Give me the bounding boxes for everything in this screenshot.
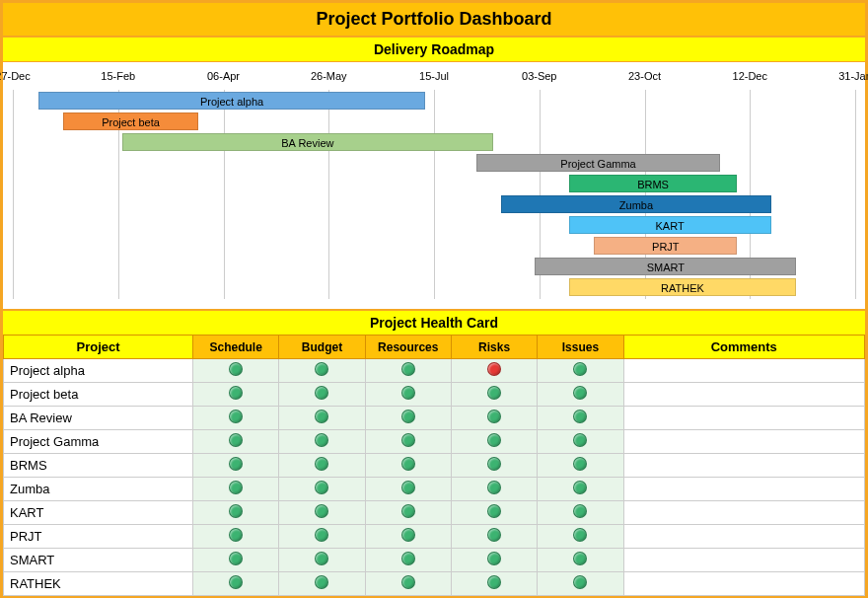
status-dot-icon	[487, 575, 501, 589]
status-dot-icon	[487, 386, 501, 400]
status-dot-icon	[573, 410, 587, 423]
axis-tick: 26-May	[311, 70, 347, 82]
status-cell-risks	[451, 478, 537, 501]
status-cell-schedule	[193, 572, 279, 596]
status-cell-budget	[279, 383, 365, 407]
status-dot-icon	[229, 410, 243, 423]
status-dot-icon	[315, 528, 328, 542]
col-comments: Comments	[623, 336, 864, 359]
status-cell-risks	[451, 430, 537, 454]
status-cell-issues	[538, 454, 623, 478]
status-cell-risks	[451, 549, 537, 572]
status-dot-icon	[229, 504, 243, 518]
status-cell-issues	[538, 478, 623, 501]
status-dot-icon	[401, 433, 415, 447]
comment-cell[interactable]	[623, 525, 864, 549]
comment-cell[interactable]	[623, 572, 864, 596]
status-dot-icon	[401, 528, 415, 542]
project-name-cell: Project Gamma	[4, 430, 193, 454]
comment-cell[interactable]	[623, 430, 864, 454]
table-row: PRJT	[4, 525, 865, 549]
status-dot-icon	[315, 433, 328, 447]
status-dot-icon	[229, 362, 243, 376]
gantt-bar[interactable]: Project alpha	[38, 92, 426, 110]
table-row: BRMS	[4, 454, 865, 478]
table-row: BA Review	[4, 407, 865, 430]
status-dot-icon	[401, 362, 415, 376]
status-cell-issues	[538, 407, 623, 430]
gridline	[434, 90, 435, 299]
status-cell-issues	[538, 383, 623, 407]
status-dot-icon	[315, 457, 328, 471]
gridline	[13, 90, 14, 299]
status-cell-risks	[451, 501, 537, 525]
status-cell-schedule	[193, 501, 279, 525]
gantt-bar[interactable]: Zumba	[501, 195, 770, 213]
status-cell-risks	[451, 525, 537, 549]
status-cell-resources	[365, 478, 451, 501]
project-name-cell: BA Review	[4, 407, 193, 430]
comment-cell[interactable]	[623, 501, 864, 525]
status-dot-icon	[487, 504, 501, 518]
gantt-bar[interactable]: PRJT	[594, 237, 737, 255]
comment-cell[interactable]	[623, 478, 864, 501]
status-dot-icon	[573, 457, 587, 471]
axis-tick: 27-Dec	[0, 70, 31, 82]
comment-cell[interactable]	[623, 359, 864, 383]
status-dot-icon	[573, 552, 587, 565]
status-dot-icon	[315, 362, 328, 376]
comment-cell[interactable]	[623, 383, 864, 407]
status-dot-icon	[229, 481, 243, 494]
col-project: Project	[4, 336, 193, 359]
gantt-bar[interactable]: BRMS	[569, 175, 738, 192]
dashboard: Project Portfolio Dashboard Delivery Roa…	[0, 0, 868, 598]
roadmap-chart: 27-Dec15-Feb06-Apr26-May15-Jul03-Sep23-O…	[3, 62, 865, 309]
status-dot-icon	[315, 504, 328, 518]
status-dot-icon	[401, 457, 415, 471]
table-header-row: Project Schedule Budget Resources Risks …	[4, 336, 865, 359]
status-dot-icon	[573, 575, 587, 589]
gantt-bar[interactable]: Project beta	[63, 112, 198, 130]
gantt-bar[interactable]: RATHEK	[569, 278, 797, 296]
status-dot-icon	[229, 386, 243, 400]
comment-cell[interactable]	[623, 549, 864, 572]
axis-tick: 15-Feb	[101, 70, 135, 82]
status-cell-schedule	[193, 430, 279, 454]
project-name-cell: BRMS	[4, 454, 193, 478]
status-dot-icon	[229, 575, 243, 589]
axis-tick: 23-Oct	[628, 70, 661, 82]
status-dot-icon	[315, 386, 328, 400]
gridline	[855, 90, 856, 299]
status-dot-icon	[315, 575, 328, 589]
gantt-bar[interactable]: Project Gamma	[476, 154, 721, 172]
status-cell-budget	[279, 572, 365, 596]
status-cell-risks	[451, 572, 537, 596]
status-dot-icon	[573, 386, 587, 400]
table-row: Project beta	[4, 383, 865, 407]
comment-cell[interactable]	[623, 407, 864, 430]
gantt-bar[interactable]: KART	[569, 216, 771, 234]
status-dot-icon	[229, 457, 243, 471]
status-dot-icon	[401, 481, 415, 494]
table-row: SMART	[4, 549, 865, 572]
page-title: Project Portfolio Dashboard	[3, 3, 865, 37]
status-cell-resources	[365, 549, 451, 572]
status-dot-icon	[487, 481, 501, 494]
status-cell-budget	[279, 454, 365, 478]
project-name-cell: SMART	[4, 549, 193, 572]
timeline-axis: 27-Dec15-Feb06-Apr26-May15-Jul03-Sep23-O…	[13, 70, 855, 90]
gantt-bar[interactable]: SMART	[535, 258, 796, 275]
status-cell-resources	[365, 572, 451, 596]
axis-tick: 06-Apr	[207, 70, 240, 82]
status-dot-icon	[401, 386, 415, 400]
status-cell-issues	[538, 572, 623, 596]
comment-cell[interactable]	[623, 454, 864, 478]
status-cell-issues	[538, 359, 623, 383]
status-dot-icon	[229, 552, 243, 565]
gantt-bar[interactable]: BA Review	[122, 133, 493, 151]
health-table: Project Schedule Budget Resources Risks …	[3, 335, 865, 596]
project-name-cell: RATHEK	[4, 572, 193, 596]
status-dot-icon	[573, 433, 587, 447]
status-cell-budget	[279, 525, 365, 549]
status-cell-risks	[451, 383, 537, 407]
